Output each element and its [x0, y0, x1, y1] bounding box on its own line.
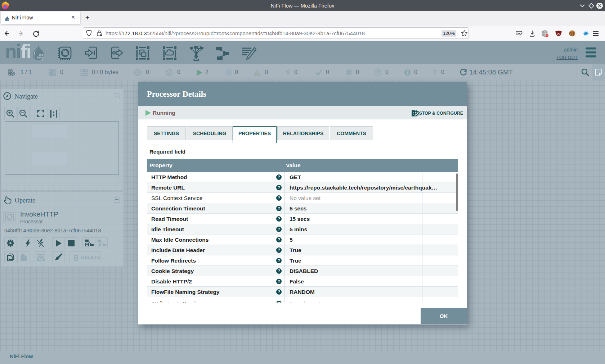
svg-text:UO: UO	[557, 32, 560, 35]
